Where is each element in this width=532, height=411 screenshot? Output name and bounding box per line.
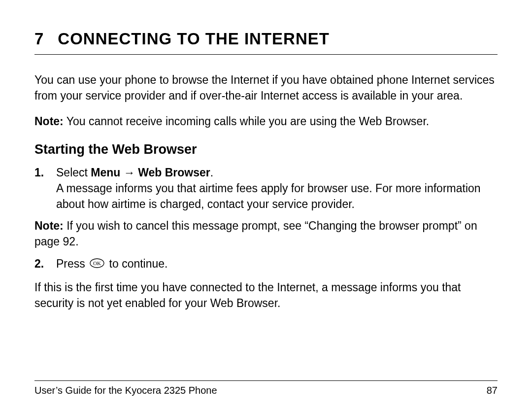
step-prefix: Select xyxy=(56,166,91,179)
chapter-number: 7 xyxy=(34,30,44,48)
post-paragraph: If this is the first time you have conne… xyxy=(34,279,498,311)
step-body: Select Menu → Web Browser. A message inf… xyxy=(56,165,498,212)
note-text: If you wish to cancel this message promp… xyxy=(34,219,477,248)
browser-label: Web Browser xyxy=(138,166,210,179)
page-number: 87 xyxy=(487,385,498,396)
footer-title: User’s Guide for the Kyocera 2325 Phone xyxy=(34,385,217,396)
svg-text:OK: OK xyxy=(93,260,101,266)
ok-button-icon: OK xyxy=(90,256,104,272)
step-prefix: Press xyxy=(56,257,88,270)
menu-label: Menu xyxy=(91,166,120,179)
chapter-heading: 7CONNECTING TO THE INTERNET xyxy=(34,30,498,55)
arrow-icon: → xyxy=(120,166,138,179)
step-body: Press OK to continue. xyxy=(56,256,498,273)
step-2: 2. Press OK to continue. xyxy=(34,256,498,273)
step-1: 1. Select Menu → Web Browser. A message … xyxy=(34,165,498,212)
page-footer: User’s Guide for the Kyocera 2325 Phone … xyxy=(34,380,498,396)
step-description: A message informs you that airtime fees … xyxy=(56,182,481,210)
step-suffix: to continue. xyxy=(106,257,167,270)
steps-list-continued: 2. Press OK to continue. xyxy=(34,256,498,273)
note-paragraph-1: Note: You cannot receive incoming calls … xyxy=(34,113,498,129)
note-text: You cannot receive incoming calls while … xyxy=(64,115,429,128)
note-paragraph-2: Note: If you wish to cancel this message… xyxy=(34,218,498,249)
step-number: 1. xyxy=(34,165,56,212)
intro-paragraph: You can use your phone to browse the Int… xyxy=(34,72,498,103)
section-heading: Starting the Web Browser xyxy=(34,142,498,157)
note-label: Note: xyxy=(34,219,64,232)
chapter-title: CONNECTING TO THE INTERNET xyxy=(58,30,330,48)
note-label: Note: xyxy=(34,115,64,128)
steps-list: 1. Select Menu → Web Browser. A message … xyxy=(34,165,498,212)
step-number: 2. xyxy=(34,256,56,273)
step-period: . xyxy=(210,166,213,179)
